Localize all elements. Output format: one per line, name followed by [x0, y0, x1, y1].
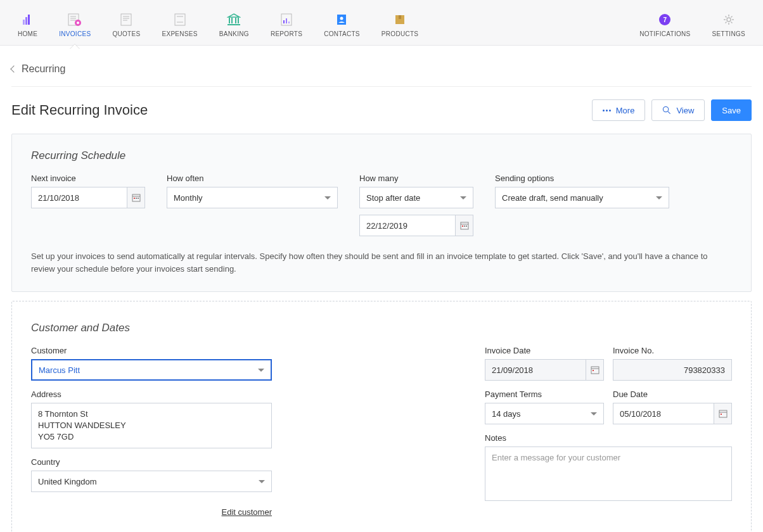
label-next-invoice: Next invoice	[31, 174, 145, 183]
svg-rect-13	[175, 14, 185, 25]
svg-rect-17	[229, 18, 230, 23]
svg-rect-41	[464, 225, 465, 227]
chevron-left-icon	[10, 65, 17, 72]
gear-icon	[722, 13, 735, 27]
nav-label: EXPENSES	[162, 30, 197, 37]
top-nav: HOME INVOICES QUOTES EXPENSES BANKING	[0, 0, 763, 46]
payment-terms-select[interactable]: 14 days	[485, 403, 604, 424]
nav-quotes[interactable]: QUOTES	[107, 10, 145, 40]
svg-rect-43	[591, 367, 599, 374]
nav-label: SETTINGS	[712, 30, 745, 37]
edit-customer-link[interactable]: Edit customer	[222, 507, 272, 517]
label-invoice-no: Invoice No.	[613, 346, 732, 355]
nav-label: BANKING	[219, 30, 249, 37]
calendar-icon	[586, 360, 603, 380]
svg-rect-42	[466, 225, 467, 227]
customer-select[interactable]: Marcus Pitt	[31, 359, 272, 381]
magnifier-icon	[662, 106, 671, 115]
home-icon	[22, 13, 34, 27]
svg-rect-21	[228, 24, 240, 25]
calendar-icon	[455, 215, 473, 236]
svg-rect-35	[134, 198, 135, 199]
svg-rect-18	[231, 18, 233, 23]
bank-icon	[227, 13, 241, 27]
invoice-no-input[interactable]: 793820333	[613, 359, 732, 381]
nav-notifications[interactable]: 7 NOTIFICATIONS	[634, 10, 695, 40]
label-sending: Sending options	[495, 174, 669, 183]
nav-contacts[interactable]: CONTACTS	[319, 10, 365, 40]
label-address: Address	[31, 390, 272, 399]
svg-rect-25	[288, 22, 290, 23]
quote-icon	[120, 13, 132, 27]
nav-expenses[interactable]: EXPENSES	[157, 10, 202, 40]
invoice-date-input[interactable]: 21/09/2018	[485, 359, 604, 381]
notes-textarea[interactable]: Enter a message for your customer	[485, 446, 732, 501]
panel-schedule: Recurring Schedule Next invoice 21/10/20…	[11, 134, 752, 292]
notification-badge-icon: 7	[659, 13, 670, 27]
label-invoice-date: Invoice Date	[485, 346, 604, 355]
svg-rect-23	[283, 20, 285, 23]
svg-rect-40	[462, 225, 463, 227]
schedule-help-text: Set up your invoices to send automatical…	[31, 250, 732, 275]
svg-rect-9	[121, 14, 131, 25]
nav-home[interactable]: HOME	[13, 10, 42, 40]
section-title-schedule: Recurring Schedule	[31, 149, 732, 162]
svg-rect-20	[238, 18, 239, 23]
dots-icon	[603, 110, 611, 111]
nav-invoices[interactable]: INVOICES	[54, 10, 96, 40]
nav-products[interactable]: PRODUCTS	[376, 10, 424, 40]
label-notes: Notes	[485, 433, 732, 443]
due-date-input[interactable]: 05/10/2018	[613, 403, 732, 424]
nav-reports[interactable]: REPORTS	[266, 10, 307, 40]
nav-label: HOME	[18, 30, 37, 37]
next-invoice-date-input[interactable]: 21/10/2018	[31, 187, 145, 208]
calendar-icon	[127, 187, 144, 208]
nav-settings[interactable]: SETTINGS	[707, 10, 750, 40]
svg-rect-48	[721, 414, 722, 415]
how-often-select[interactable]: Monthly	[167, 187, 338, 208]
country-select[interactable]: United Kingdom	[31, 471, 272, 492]
svg-marker-16	[228, 14, 240, 17]
svg-line-32	[669, 111, 671, 114]
section-title-customer: Customer and Dates	[31, 322, 732, 334]
svg-point-31	[664, 106, 669, 111]
page-title: Edit Recurring Invoice	[11, 102, 148, 118]
sending-options-select[interactable]: Create draft, send manually	[495, 187, 669, 208]
svg-rect-2	[28, 15, 30, 25]
nav-label: REPORTS	[271, 30, 302, 37]
svg-rect-45	[593, 370, 594, 371]
svg-point-8	[77, 22, 79, 24]
label-how-many: How many	[359, 174, 473, 183]
stop-after-date-input[interactable]: 22/12/2019	[359, 215, 473, 236]
expenses-icon	[174, 13, 186, 27]
calendar-icon	[714, 403, 731, 424]
chevron-down-icon	[258, 369, 264, 372]
svg-point-30	[727, 18, 731, 22]
svg-rect-29	[399, 15, 401, 19]
nav-label: PRODUCTS	[382, 30, 419, 37]
svg-rect-24	[286, 18, 287, 23]
nav-banking[interactable]: BANKING	[214, 10, 254, 40]
reports-icon	[280, 13, 293, 27]
svg-rect-1	[25, 17, 27, 25]
save-button[interactable]: Save	[711, 99, 752, 121]
label-terms: Payment Terms	[485, 390, 604, 399]
more-button[interactable]: More	[592, 99, 646, 121]
svg-rect-37	[138, 198, 139, 199]
svg-rect-36	[136, 198, 137, 199]
products-icon	[394, 13, 406, 27]
how-many-select[interactable]: Stop after date	[359, 187, 473, 208]
breadcrumb-back[interactable]: Recurring	[11, 58, 752, 87]
panel-customer: Customer and Dates Customer Marcus Pitt …	[11, 301, 752, 532]
nav-label: CONTACTS	[324, 30, 360, 37]
view-button[interactable]: View	[651, 99, 705, 121]
address-textarea[interactable]: 8 Thornton St HUTTON WANDESLEY YO5 7GD	[31, 403, 272, 448]
nav-label: INVOICES	[59, 30, 91, 37]
svg-rect-0	[23, 20, 25, 25]
chevron-down-icon	[324, 196, 331, 200]
chevron-down-icon	[656, 196, 662, 200]
contacts-icon	[335, 13, 348, 27]
chevron-down-icon	[259, 480, 265, 483]
svg-rect-19	[235, 18, 236, 23]
label-due: Due Date	[613, 390, 732, 399]
